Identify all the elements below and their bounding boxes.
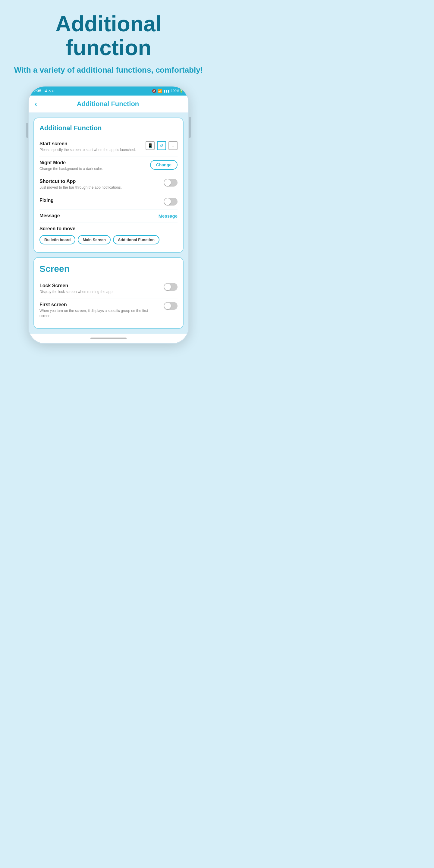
first-screen-control bbox=[164, 302, 178, 310]
setting-text-first-screen: First screen When you turn on the screen… bbox=[39, 302, 164, 318]
shortcut-toggle[interactable] bbox=[164, 179, 178, 187]
setting-label-lock-screen: Lock Screen bbox=[39, 283, 160, 288]
screen-btn-additional-function[interactable]: Additional Function bbox=[113, 235, 159, 244]
screen-to-move-label: Screen to move bbox=[39, 226, 178, 231]
status-bar: 2:35 ⇄ ✕ ⊙ 🔇 📶 ▮▮▮ 100%🔋 bbox=[29, 87, 188, 96]
start-screen-icon-grid[interactable]: :: bbox=[168, 141, 178, 150]
page-title: Additional function bbox=[56, 12, 161, 60]
fixing-toggle[interactable] bbox=[164, 198, 178, 206]
status-time: 2:35 bbox=[33, 89, 41, 93]
additional-function-card: Additional Function Start screen Please … bbox=[33, 118, 184, 253]
setting-label-fixing: Fixing bbox=[39, 198, 160, 203]
setting-desc-lock-screen: Display the lock screen when running the… bbox=[39, 289, 160, 294]
night-mode-change-button[interactable]: Change bbox=[150, 160, 178, 170]
setting-row-start-screen: Start screen Please specify the screen t… bbox=[39, 137, 178, 156]
setting-desc-start-screen: Please specify the screen to start when … bbox=[39, 147, 142, 153]
start-screen-icon-refresh[interactable]: ↺ bbox=[157, 141, 166, 150]
screen-to-move-section: Screen to move Bulletin board Main Scree… bbox=[39, 222, 178, 246]
setting-text-shortcut: Shortcut to App Just moved to the bar th… bbox=[39, 179, 164, 190]
card-title-additional: Additional Function bbox=[39, 124, 178, 132]
message-label: Message bbox=[39, 213, 60, 218]
setting-row-lock-screen: Lock Screen Display the lock screen when… bbox=[39, 279, 178, 299]
phone-content: Additional Function Start screen Please … bbox=[29, 113, 188, 334]
setting-desc-shortcut: Just moved to the bar through the app no… bbox=[39, 185, 160, 190]
setting-desc-night-mode: Change the background to a dark color. bbox=[39, 166, 147, 172]
status-bar-left: 2:35 ⇄ ✕ ⊙ bbox=[33, 89, 55, 93]
side-button-left bbox=[26, 123, 28, 138]
screen-card-title: Screen bbox=[39, 264, 178, 274]
start-screen-controls: 📱 ↺ :: bbox=[146, 141, 178, 150]
shortcut-control bbox=[164, 179, 178, 187]
start-screen-icon-phone[interactable]: 📱 bbox=[146, 141, 155, 150]
back-button[interactable]: ‹ bbox=[35, 100, 37, 108]
screen-buttons-group: Bulletin board Main Screen Additional Fu… bbox=[39, 235, 178, 244]
setting-label-shortcut: Shortcut to App bbox=[39, 179, 160, 184]
setting-row-shortcut: Shortcut to App Just moved to the bar th… bbox=[39, 175, 178, 194]
signal-icon: ▮▮▮ bbox=[163, 89, 170, 93]
screen-btn-main-screen[interactable]: Main Screen bbox=[78, 235, 111, 244]
home-bar-line bbox=[90, 338, 127, 339]
home-bar bbox=[29, 334, 188, 343]
lock-screen-toggle[interactable] bbox=[164, 283, 178, 291]
status-left-icons: ⇄ ✕ ⊙ bbox=[44, 89, 55, 93]
wifi-icon: 📶 bbox=[158, 89, 162, 93]
screen-btn-bulletin-board[interactable]: Bulletin board bbox=[39, 235, 75, 244]
setting-label-first-screen: First screen bbox=[39, 302, 160, 307]
fixing-control bbox=[164, 198, 178, 206]
setting-label-start-screen: Start screen bbox=[39, 141, 142, 147]
setting-row-first-screen: First screen When you turn on the screen… bbox=[39, 299, 178, 322]
mute-icon: 🔇 bbox=[152, 89, 156, 93]
phone-wrapper: 2:35 ⇄ ✕ ⊙ 🔇 📶 ▮▮▮ 100%🔋 ‹ Additional Fu… bbox=[29, 87, 188, 343]
battery-label: 100%🔋 bbox=[171, 89, 184, 93]
setting-desc-first-screen: When you turn on the screen, it displays… bbox=[39, 308, 160, 318]
message-link[interactable]: Message bbox=[158, 213, 178, 218]
page-subtitle: With a variety of additional functions, … bbox=[8, 64, 209, 75]
first-screen-toggle[interactable] bbox=[164, 302, 178, 310]
message-divider bbox=[63, 216, 156, 216]
setting-row-night-mode: Night Mode Change the background to a da… bbox=[39, 156, 178, 176]
side-button-right bbox=[189, 117, 191, 138]
lock-screen-control bbox=[164, 283, 178, 291]
night-mode-control: Change bbox=[150, 160, 178, 170]
phone-shell: 2:35 ⇄ ✕ ⊙ 🔇 📶 ▮▮▮ 100%🔋 ‹ Additional Fu… bbox=[29, 87, 188, 343]
setting-row-fixing: Fixing bbox=[39, 194, 178, 210]
setting-text-fixing: Fixing bbox=[39, 198, 164, 204]
status-bar-right: 🔇 📶 ▮▮▮ 100%🔋 bbox=[152, 89, 184, 93]
screen-card: Screen Lock Screen Display the lock scre… bbox=[33, 257, 184, 329]
app-header: ‹ Additional Function bbox=[29, 96, 188, 113]
message-row: Message Message bbox=[39, 210, 178, 222]
app-header-title: Additional Function bbox=[41, 100, 182, 108]
setting-text-lock-screen: Lock Screen Display the lock screen when… bbox=[39, 283, 164, 294]
setting-text-night-mode: Night Mode Change the background to a da… bbox=[39, 160, 150, 172]
setting-text-start-screen: Start screen Please specify the screen t… bbox=[39, 141, 146, 153]
setting-label-night-mode: Night Mode bbox=[39, 160, 147, 165]
